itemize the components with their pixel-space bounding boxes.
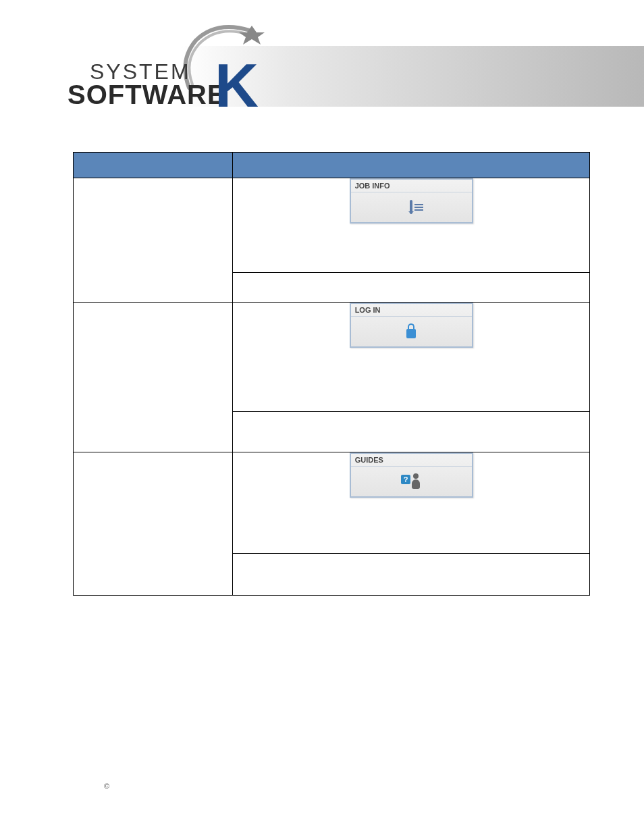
document-bubble-icon [410,201,412,213]
table-row: LOG IN [74,303,590,412]
row-label-cell [74,303,233,452]
row-image-cell: GUIDES ? [233,452,590,554]
job-info-panel[interactable]: JOB INFO [350,178,473,224]
table-header-right [233,153,590,178]
panel-title: LOG IN [351,304,472,317]
row-image-cell: LOG IN [233,303,590,412]
person-icon [410,473,421,490]
table-header-left [74,153,233,178]
panel-title: GUIDES [351,454,472,467]
row-description-cell [233,273,590,303]
lock-icon [406,329,416,338]
row-label-cell [74,452,233,596]
table-row: JOB INFO [74,178,590,273]
logo-text-software: SOFTWARE [68,80,226,110]
help-badge-icon: ? [401,475,410,484]
panel-body [351,317,472,346]
login-panel[interactable]: LOG IN [350,303,473,348]
logo-letter-k: K [215,51,259,121]
panel-title: JOB INFO [351,180,472,192]
panel-body [351,192,472,222]
panel-body: ? [351,467,472,496]
table-row: GUIDES ? [74,452,590,554]
guides-icon: ? [401,473,421,490]
row-description-cell [233,412,590,452]
table-header-row [74,153,590,178]
logo: SYSTEM SOFTWARE K [68,14,270,115]
row-image-cell: JOB INFO [233,178,590,273]
row-label-cell [74,178,233,303]
main-table: JOB INFO LOG IN GUIDES [73,152,590,596]
footer-copyright: © [104,782,109,790]
guides-panel[interactable]: GUIDES ? [350,452,473,498]
row-description-cell [233,554,590,596]
